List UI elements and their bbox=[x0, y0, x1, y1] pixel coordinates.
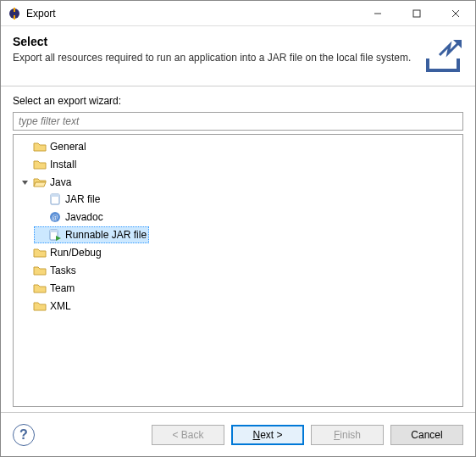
svg-rect-1 bbox=[14, 8, 15, 12]
tree-item[interactable]: XML bbox=[19, 298, 74, 315]
tree-item-label: JAR file bbox=[65, 192, 100, 207]
svg-rect-4 bbox=[413, 10, 420, 17]
tree-item[interactable]: General bbox=[19, 138, 89, 155]
folder-icon bbox=[33, 246, 47, 259]
minimize-button[interactable] bbox=[358, 1, 397, 26]
tree-item[interactable]: JAR file bbox=[34, 191, 102, 208]
close-button[interactable] bbox=[436, 1, 475, 26]
tree-item[interactable]: Runnable JAR file bbox=[34, 226, 149, 243]
tree-item[interactable]: Java bbox=[19, 174, 74, 191]
tree-item-label: XML bbox=[50, 298, 71, 314]
tree-item-label: Runnable JAR file bbox=[65, 227, 147, 242]
tree-item[interactable]: @Javadoc bbox=[34, 209, 106, 226]
folder-icon bbox=[33, 299, 47, 313]
titlebar: Export bbox=[1, 1, 475, 26]
folder-icon bbox=[33, 281, 47, 295]
jar-run-icon bbox=[48, 228, 62, 242]
tree-item-label: Tasks bbox=[50, 263, 76, 278]
tree-item-label: Install bbox=[50, 157, 76, 172]
tree-item[interactable]: Install bbox=[19, 156, 79, 173]
tree-item[interactable]: Team bbox=[19, 280, 77, 297]
javadoc-icon: @ bbox=[48, 210, 62, 224]
folder-icon bbox=[33, 176, 47, 189]
page-description: Export all resources required to run an … bbox=[13, 52, 414, 64]
svg-rect-2 bbox=[14, 15, 15, 20]
tree-item-label: Team bbox=[50, 281, 75, 296]
wizard-tree[interactable]: GeneralInstallJavaJAR file@JavadocRunnab… bbox=[13, 134, 463, 407]
svg-marker-8 bbox=[22, 181, 28, 185]
tree-item[interactable]: Run/Debug bbox=[19, 244, 104, 261]
svg-rect-10 bbox=[51, 194, 59, 197]
folder-icon bbox=[33, 158, 47, 171]
filter-input[interactable] bbox=[13, 112, 463, 131]
window-title: Export bbox=[26, 8, 56, 20]
page-title: Select bbox=[13, 35, 414, 48]
chevron-down-icon[interactable] bbox=[19, 177, 30, 187]
back-button: < Back bbox=[152, 425, 224, 445]
svg-marker-15 bbox=[56, 236, 61, 241]
tree-item-label: General bbox=[50, 139, 86, 154]
tree-item-label: Java bbox=[50, 175, 71, 190]
jar-icon bbox=[48, 192, 62, 206]
tree-item-label: Javadoc bbox=[65, 209, 103, 225]
finish-button: Finish bbox=[311, 425, 384, 445]
tree-item[interactable]: Tasks bbox=[19, 262, 79, 279]
export-icon bbox=[423, 35, 463, 75]
svg-rect-14 bbox=[50, 230, 58, 232]
next-button[interactable]: Next > bbox=[231, 425, 304, 445]
help-button[interactable]: ? bbox=[13, 424, 35, 446]
wizard-list-label: Select an export wizard: bbox=[13, 95, 463, 107]
folder-icon bbox=[33, 140, 47, 153]
cancel-button[interactable]: Cancel bbox=[390, 425, 463, 445]
wizard-header: Select Export all resources required to … bbox=[1, 26, 475, 86]
wizard-footer: ? < Back Next > Finish Cancel bbox=[1, 412, 475, 456]
tree-item-label: Run/Debug bbox=[50, 245, 102, 260]
maximize-button[interactable] bbox=[397, 1, 436, 26]
svg-text:@: @ bbox=[52, 214, 58, 221]
folder-icon bbox=[33, 264, 47, 277]
app-icon bbox=[8, 7, 21, 20]
wizard-body: Select an export wizard: GeneralInstallJ… bbox=[1, 86, 475, 412]
